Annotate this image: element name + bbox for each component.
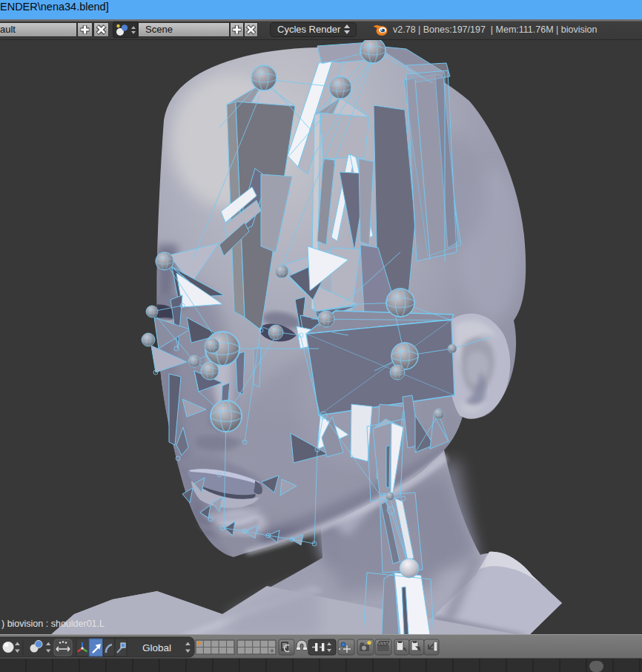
svg-text:Global: Global xyxy=(142,642,171,653)
